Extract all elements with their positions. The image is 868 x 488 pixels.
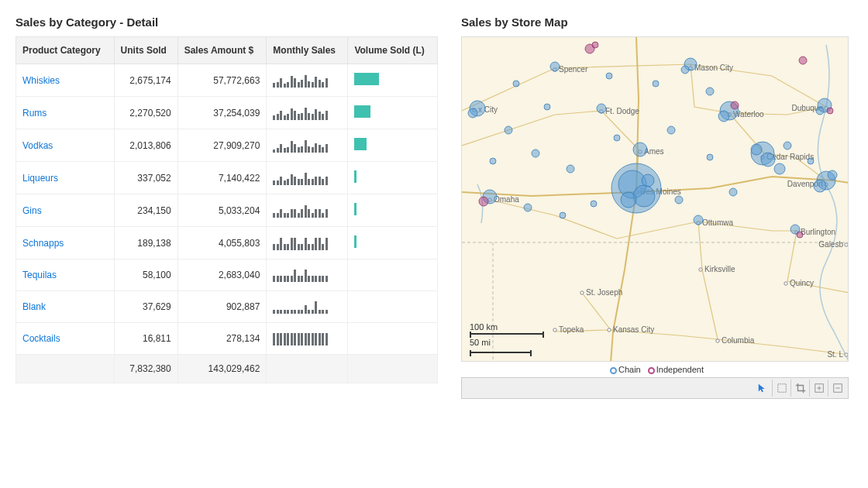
store-bubble[interactable] [468, 108, 477, 118]
store-bubble[interactable] [621, 192, 636, 208]
store-bubble[interactable] [675, 196, 683, 204]
city-label: Mason City [694, 64, 733, 72]
col-sales-amount[interactable]: Sales Amount $ [177, 37, 267, 64]
store-bubble[interactable] [513, 81, 519, 87]
store-bubble[interactable] [505, 126, 512, 134]
legend-label-independent: Independent [656, 365, 704, 374]
city-dot [699, 268, 702, 271]
sparkline-cell [267, 323, 348, 355]
category-link[interactable]: Rums [22, 108, 46, 119]
table-row: Blank37,629902,887 [16, 291, 438, 323]
units-cell: 2,013,806 [114, 129, 177, 162]
sparkline-cell [267, 227, 348, 259]
category-link[interactable]: Gins [22, 205, 42, 216]
store-bubble[interactable] [490, 158, 496, 164]
volume-cell [348, 97, 438, 129]
volume-cell [348, 64, 438, 97]
category-link[interactable]: Liqueurs [22, 173, 58, 184]
store-bubble[interactable] [797, 232, 803, 238]
sales-by-category-panel: Sales by Category - Detail Product Categ… [16, 15, 438, 383]
category-link[interactable]: Whiskies [22, 75, 60, 86]
table-row: Rums2,270,52037,254,039 [16, 97, 438, 129]
table-row: Whiskies2,675,17457,772,663 [16, 64, 438, 97]
store-bubble[interactable] [642, 174, 654, 187]
city-label: Topeka [559, 325, 584, 334]
crop-tool-button[interactable] [790, 380, 809, 397]
store-bubble[interactable] [774, 163, 785, 174]
category-link[interactable]: Cocktails [22, 333, 60, 344]
store-bubble[interactable] [591, 201, 597, 207]
legend-label-chain: Chain [618, 365, 641, 374]
scale-mi-label: 50 mi [470, 338, 491, 347]
col-product-category[interactable]: Product Category [16, 37, 115, 64]
category-link[interactable]: Schnapps [22, 238, 64, 249]
category-link[interactable]: Blank [22, 301, 46, 312]
store-bubble[interactable] [633, 143, 647, 156]
units-cell: 37,629 [114, 291, 177, 323]
city-dot [845, 353, 848, 356]
city-label: Ft. Dodge [605, 107, 639, 115]
store-bubble[interactable] [606, 73, 612, 79]
store-bubble[interactable] [814, 180, 826, 192]
col-volume-sold[interactable]: Volume Sold (L) [348, 37, 438, 64]
category-link[interactable]: Vodkas [22, 140, 53, 151]
store-bubble[interactable] [567, 165, 574, 173]
city-label: Kirksville [704, 265, 735, 273]
store-bubble[interactable] [784, 142, 791, 149]
store-bubble[interactable] [544, 104, 550, 110]
legend-swatch-independent [648, 367, 655, 374]
store-bubble[interactable] [751, 144, 762, 155]
col-monthly-sales[interactable]: Monthly Sales [267, 37, 348, 64]
store-bubble[interactable] [633, 185, 655, 207]
store-bubble[interactable] [614, 135, 620, 141]
sparkline-cell [267, 259, 348, 291]
store-bubble[interactable] [524, 204, 532, 211]
store-bubble[interactable] [550, 62, 560, 71]
sales-cell: 278,134 [177, 323, 267, 355]
store-bubble[interactable] [479, 197, 488, 206]
store-map[interactable]: SpencerMason Cityx CityFt. DodgeWaterloo… [461, 36, 849, 362]
sales-cell: 37,254,039 [177, 97, 267, 129]
store-bubble[interactable] [597, 104, 606, 113]
store-bubble[interactable] [560, 212, 566, 218]
store-bubble[interactable] [592, 42, 598, 48]
sales-cell: 7,140,422 [177, 162, 267, 194]
store-bubble[interactable] [827, 108, 833, 114]
store-bubble[interactable] [799, 57, 807, 64]
units-cell: 234,150 [114, 194, 177, 227]
sparkline-cell [267, 291, 348, 323]
col-units-sold[interactable]: Units Sold [114, 37, 177, 64]
store-bubble[interactable] [532, 149, 539, 157]
store-bubble[interactable] [681, 66, 689, 74]
table-row: Schnapps189,1384,055,803 [16, 227, 438, 259]
city-dot [553, 328, 556, 332]
pointer-tool-button[interactable] [753, 380, 772, 397]
store-bubble[interactable] [667, 126, 675, 134]
store-bubble[interactable] [706, 88, 714, 95]
total-sales: 143,029,462 [177, 355, 267, 383]
store-bubble[interactable] [816, 107, 824, 115]
store-bubble[interactable] [761, 153, 775, 167]
store-bubble[interactable] [828, 170, 837, 180]
store-bubble[interactable] [653, 81, 659, 87]
zoom-in-button[interactable] [809, 380, 828, 397]
store-bubble[interactable] [808, 158, 814, 164]
table-row: Vodkas2,013,80627,909,270 [16, 129, 438, 162]
store-bubble[interactable] [718, 111, 729, 122]
city-dot [716, 339, 719, 342]
city-dot [580, 291, 584, 294]
units-cell: 337,052 [114, 162, 177, 194]
store-bubble[interactable] [707, 154, 713, 160]
city-label: Galesb [818, 240, 843, 249]
city-label: Omaha [494, 195, 519, 204]
city-label: Ottumwa [702, 218, 733, 227]
sales-cell: 902,887 [177, 291, 267, 323]
table-row: Gins234,1505,033,204 [16, 194, 438, 227]
table-row: Liqueurs337,0527,140,422 [16, 162, 438, 194]
store-bubble[interactable] [694, 215, 703, 225]
category-link[interactable]: Tequilas [22, 270, 57, 280]
store-bubble[interactable] [731, 101, 739, 109]
zoom-out-button[interactable] [828, 380, 846, 397]
store-bubble[interactable] [729, 188, 737, 196]
rect-select-button[interactable] [772, 380, 790, 397]
